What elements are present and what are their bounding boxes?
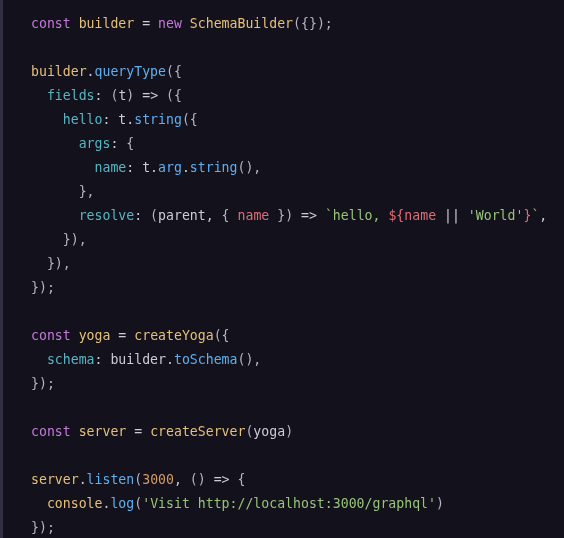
token-method: string: [190, 160, 238, 175]
token-kw: new: [158, 16, 182, 31]
token-prop: fields: [47, 88, 95, 103]
token-paren: ): [285, 208, 293, 223]
token-ident: console: [47, 496, 103, 511]
token-plain: =: [126, 424, 150, 439]
token-plain: [71, 16, 79, 31]
token-plain: =>: [293, 208, 325, 223]
token-plain: ||: [436, 208, 468, 223]
token-paren: (: [150, 208, 158, 223]
token-paren: (: [134, 472, 142, 487]
token-plain: =: [110, 328, 134, 343]
token-ident: SchemaBuilder: [190, 16, 293, 31]
token-kw: const: [31, 16, 71, 31]
token-name2: name: [404, 208, 436, 223]
token-paren: ({: [182, 112, 198, 127]
token-num: 3000: [142, 472, 174, 487]
token-method: queryType: [95, 64, 166, 79]
token-prop: name: [95, 160, 127, 175]
token-plain: [31, 232, 63, 247]
token-str: 'Visit http://localhost:3000/graphql': [142, 496, 436, 511]
token-paren: (: [134, 496, 142, 511]
token-method: string: [134, 112, 182, 127]
token-plain: [230, 208, 238, 223]
token-plain: [31, 256, 47, 271]
token-ident: builder: [31, 64, 87, 79]
token-paren: {: [238, 472, 246, 487]
token-plain: [31, 88, 47, 103]
token-plain: ,: [174, 472, 190, 487]
token-prop: schema: [47, 352, 95, 367]
token-method: toSchema: [174, 352, 238, 367]
token-plain: : t.: [126, 160, 158, 175]
token-plain: [31, 208, 79, 223]
token-paren: ({: [166, 64, 182, 79]
token-prop: args: [79, 136, 111, 151]
token-plain: : builder.: [95, 352, 174, 367]
token-paren: (),: [237, 352, 261, 367]
token-plain: [31, 160, 95, 175]
token-ident: server: [31, 472, 79, 487]
token-paren: }: [277, 208, 285, 223]
token-paren: (),: [237, 160, 261, 175]
token-plain: : t.: [102, 112, 134, 127]
token-paren: });: [31, 376, 55, 391]
token-paren: },: [79, 184, 95, 199]
token-plain: :: [134, 208, 150, 223]
token-paren: ({: [214, 328, 230, 343]
token-plain: =>: [134, 88, 166, 103]
token-interp: ${: [388, 208, 404, 223]
token-paren: }),: [63, 232, 87, 247]
token-plain: =>: [206, 472, 238, 487]
token-kw: const: [31, 328, 71, 343]
token-paren: ({});: [293, 16, 333, 31]
token-prop: hello: [63, 112, 103, 127]
code-block: const builder = new SchemaBuilder({}); b…: [3, 0, 564, 538]
token-paren: (): [190, 472, 206, 487]
token-plain: [31, 352, 47, 367]
token-ident: yoga: [79, 328, 111, 343]
token-ident: builder: [79, 16, 135, 31]
token-plain: [31, 136, 79, 151]
token-paren: }),: [47, 256, 71, 271]
token-name2: name: [238, 208, 270, 223]
token-plain: yoga: [253, 424, 285, 439]
token-plain: [182, 16, 190, 31]
token-prop: resolve: [79, 208, 135, 223]
token-paren: {: [126, 136, 134, 151]
token-ident: createServer: [150, 424, 245, 439]
token-paren: });: [31, 280, 55, 295]
token-paren: ): [436, 496, 444, 511]
token-kw: const: [31, 424, 71, 439]
token-plain: ,: [539, 208, 547, 223]
token-method: log: [110, 496, 134, 511]
token-ident: createYoga: [134, 328, 213, 343]
token-plain: [31, 496, 47, 511]
token-plain: parent,: [158, 208, 222, 223]
token-plain: =: [134, 16, 158, 31]
token-ident: server: [79, 424, 127, 439]
token-plain: [71, 424, 79, 439]
token-plain: [31, 112, 63, 127]
token-plain: :: [95, 88, 111, 103]
token-method: arg: [158, 160, 182, 175]
token-plain: [31, 184, 79, 199]
token-plain: .: [87, 64, 95, 79]
token-plain: .: [79, 472, 87, 487]
token-paren: {: [222, 208, 230, 223]
token-paren: });: [31, 520, 55, 535]
token-str: 'World': [468, 208, 524, 223]
token-paren: ): [285, 424, 293, 439]
token-method: listen: [87, 472, 135, 487]
token-plain: .: [182, 160, 190, 175]
token-paren: ({: [166, 88, 182, 103]
token-plain: :: [110, 136, 126, 151]
code-editor-pane: const builder = new SchemaBuilder({}); b…: [0, 0, 564, 538]
token-tmpl: `hello,: [325, 208, 389, 223]
token-plain: [71, 328, 79, 343]
